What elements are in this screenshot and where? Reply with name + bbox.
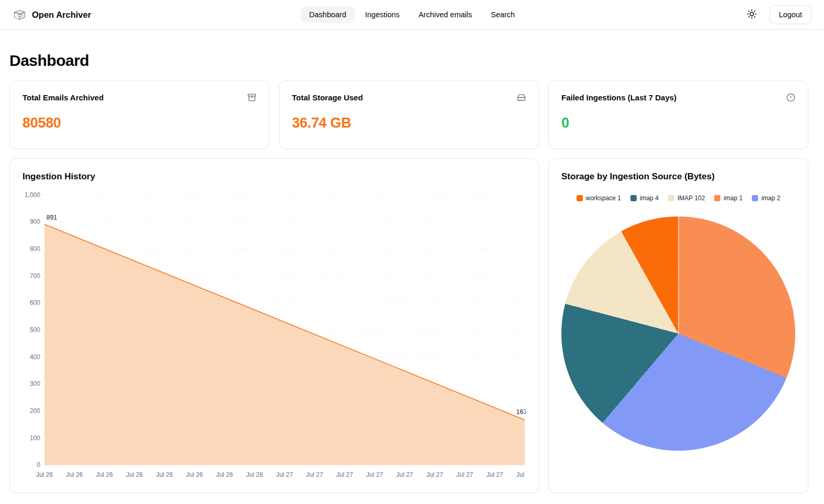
legend-item-imap-2[interactable]: imap 2 <box>752 194 780 202</box>
x-tick-label: Jul 27 <box>426 471 443 478</box>
x-tick-label: Jul 26 <box>156 471 173 478</box>
nav-item-search[interactable]: Search <box>482 6 524 24</box>
legend-swatch-icon <box>668 195 674 201</box>
pie-legend: workspace 1 imap 4 IMAP 102 imap 1 imap … <box>561 194 795 202</box>
ingestion-history-chart[interactable]: 1,0009008007006005004003002001000Jul 26J… <box>22 186 526 482</box>
alert-circle-icon <box>786 93 795 102</box>
storage-pie-chart[interactable] <box>561 216 795 451</box>
x-tick-label: Jul 26 <box>186 471 203 478</box>
legend-label: imap 4 <box>640 194 659 202</box>
y-tick-label: 800 <box>30 245 40 253</box>
stat-card-title: Failed Ingestions (Last 7 Days) <box>561 93 676 102</box>
y-tick-label: 400 <box>30 353 40 361</box>
stats-grid: Total Emails Archived 80580 Total Storag… <box>9 81 808 149</box>
theme-toggle-button[interactable] <box>744 7 759 23</box>
logout-button[interactable]: Logout <box>770 5 811 24</box>
x-tick-label: Jul 26 <box>96 471 113 478</box>
x-tick-label: Jul 26 <box>36 471 53 478</box>
archive-icon <box>247 93 256 102</box>
archive-box-logo-icon <box>13 8 27 22</box>
legend-item-imap-1[interactable]: imap 1 <box>714 194 742 202</box>
app-header: Open Archiver DashboardIngestionsArchive… <box>0 0 824 30</box>
legend-label: workspace 1 <box>586 194 621 202</box>
x-tick-label: Jul 27 <box>276 471 293 478</box>
charts-grid: Ingestion History 1,00090080070060050040… <box>9 158 808 493</box>
stat-card-title: Total Storage Used <box>292 93 363 102</box>
pie-seam <box>678 216 679 334</box>
stat-card-total-storage-used: Total Storage Used 36.74 GB <box>279 81 539 149</box>
main-nav: DashboardIngestionsArchived emailsSearch <box>300 6 524 24</box>
legend-item-imap-4[interactable]: imap 4 <box>630 194 659 202</box>
nav-item-ingestions[interactable]: Ingestions <box>356 6 409 24</box>
hard-drive-icon <box>517 93 526 102</box>
point-label-end: 167 <box>516 408 526 416</box>
y-tick-label: 1,000 <box>25 191 40 199</box>
stat-card-title: Total Emails Archived <box>22 93 104 102</box>
x-tick-label: Jul 27 <box>306 471 323 478</box>
brand-name: Open Archiver <box>32 10 91 20</box>
y-tick-label: 300 <box>30 380 40 387</box>
y-tick-label: 900 <box>30 218 40 225</box>
legend-item-workspace-1[interactable]: workspace 1 <box>577 194 621 202</box>
legend-swatch-icon <box>714 195 720 201</box>
legend-swatch-icon <box>752 195 758 201</box>
ingestion-history-title: Ingestion History <box>22 171 526 182</box>
legend-swatch-icon <box>577 195 583 201</box>
page-title: Dashboard <box>9 52 808 70</box>
x-tick-label: Jul 26 <box>216 471 233 478</box>
stat-value: 0 <box>561 115 795 131</box>
brand[interactable]: Open Archiver <box>13 8 91 22</box>
legend-swatch-icon <box>630 195 637 201</box>
x-tick-label: Jul 28 <box>516 471 526 478</box>
area-fill <box>44 224 525 465</box>
legend-label: imap 1 <box>724 194 742 202</box>
storage-pie-card: Storage by Ingestion Source (Bytes) work… <box>548 158 808 493</box>
x-tick-label: Jul 27 <box>366 471 383 478</box>
legend-label: imap 2 <box>761 194 780 202</box>
y-tick-label: 0 <box>37 461 40 468</box>
legend-item-imap-102[interactable]: IMAP 102 <box>668 194 705 202</box>
stat-card-failed-ingestions-last-7-days-: Failed Ingestions (Last 7 Days) 0 <box>548 81 808 149</box>
x-tick-label: Jul 27 <box>336 471 353 478</box>
stat-value: 80580 <box>22 115 256 131</box>
legend-label: IMAP 102 <box>678 194 705 202</box>
x-tick-label: Jul 26 <box>126 471 143 478</box>
pie-wrap <box>561 216 795 451</box>
y-tick-label: 200 <box>30 407 40 415</box>
y-tick-label: 500 <box>30 326 40 334</box>
storage-pie-title: Storage by Ingestion Source (Bytes) <box>561 171 795 182</box>
y-tick-label: 700 <box>30 272 40 280</box>
nav-item-dashboard[interactable]: Dashboard <box>300 6 355 24</box>
sun-icon <box>747 9 757 21</box>
dashboard-page: Dashboard Total Emails Archived 80580 To… <box>9 52 808 493</box>
point-label-start: 891 <box>46 214 57 221</box>
y-tick-label: 100 <box>30 434 40 442</box>
header-actions: Logout <box>744 5 811 24</box>
x-tick-label: Jul 27 <box>397 471 413 478</box>
nav-item-archived-emails[interactable]: Archived emails <box>410 6 481 24</box>
x-tick-label: Jul 26 <box>66 471 83 478</box>
stat-value: 36.74 GB <box>292 115 526 131</box>
stat-card-total-emails-archived: Total Emails Archived 80580 <box>9 81 269 149</box>
x-tick-label: Jul 27 <box>456 471 473 478</box>
y-tick-label: 600 <box>30 299 40 306</box>
ingestion-history-card: Ingestion History 1,00090080070060050040… <box>9 158 539 493</box>
x-tick-label: Jul 27 <box>487 471 503 478</box>
x-tick-label: Jul 26 <box>246 471 263 478</box>
